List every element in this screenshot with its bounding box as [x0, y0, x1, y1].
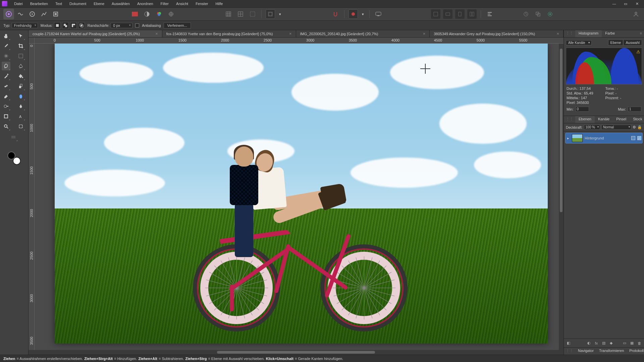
close-button[interactable]: ✕ — [632, 0, 642, 7]
mode-intersect-button[interactable] — [78, 22, 85, 29]
document-tab-3[interactable]: IMG_20200625_205140.jpg [Geändert] (20,7… — [296, 30, 430, 37]
crop-layer-icon[interactable]: ▧ — [601, 341, 606, 346]
zoom-tool[interactable] — [2, 122, 10, 131]
tab-close-icon[interactable]: × — [556, 31, 559, 36]
antialias-checkbox[interactable] — [135, 23, 139, 27]
feather-input[interactable]: 0 px — [111, 23, 132, 28]
grid-3-button[interactable] — [248, 9, 257, 19]
healing-tool[interactable] — [2, 82, 10, 90]
erase-tool[interactable] — [2, 92, 10, 101]
clone-tool[interactable] — [16, 82, 25, 90]
assistant-button[interactable] — [348, 9, 358, 19]
canvas-viewport[interactable] — [35, 44, 564, 350]
delete-layer-icon[interactable]: 🗑 — [637, 341, 642, 346]
tab-brushes[interactable]: Pinsel — [613, 116, 630, 123]
menu-select[interactable]: Auswählen — [108, 1, 133, 7]
tab-close-icon[interactable]: × — [155, 31, 158, 36]
grid-1-button[interactable] — [224, 9, 233, 19]
dodge-tool[interactable] — [2, 102, 10, 111]
arrange-4-button[interactable] — [467, 9, 477, 19]
channel-select[interactable]: Alle Kanäle — [566, 40, 592, 45]
mask-icon[interactable]: ◧ — [566, 341, 571, 346]
persona-photo[interactable] — [3, 9, 14, 19]
lasso-tool[interactable] — [2, 62, 10, 70]
layer-visible-checkbox[interactable]: ✓ — [637, 136, 641, 140]
selection-brush-tool[interactable] — [2, 52, 10, 60]
tab-history[interactable]: Protokoll — [627, 348, 644, 355]
menu-document[interactable]: Dokument — [66, 1, 90, 7]
sync-1-button[interactable] — [521, 9, 531, 19]
layer-item[interactable]: ▸ Hintergrund ✓ — [565, 133, 643, 143]
vertical-scrollbar[interactable] — [559, 44, 564, 350]
mode-add-button[interactable] — [62, 22, 69, 29]
shape-tool[interactable] — [2, 112, 10, 121]
fx-icon[interactable]: fx — [594, 341, 599, 346]
scrollbar-thumb[interactable] — [217, 351, 375, 354]
scrollbar-thumb[interactable] — [560, 49, 562, 212]
foreground-color-swatch[interactable] — [7, 152, 15, 160]
arrange-1-button[interactable] — [431, 9, 440, 19]
text-tool[interactable]: A — [16, 112, 25, 121]
persona-develop[interactable] — [27, 9, 38, 19]
maximize-button[interactable]: ▭ — [621, 0, 631, 7]
panel-grip-icon[interactable]: ⋮⋮ — [564, 116, 575, 123]
tab-transform[interactable]: Transformieren — [596, 348, 627, 355]
crop-tool[interactable] — [16, 42, 25, 50]
tag-icon[interactable]: ◆ — [608, 341, 614, 346]
quickmask-dropdown[interactable]: ▾ — [278, 9, 282, 19]
account-button[interactable] — [631, 9, 641, 19]
extra-tool[interactable] — [9, 133, 18, 141]
warning-icon[interactable]: ⚠ — [636, 49, 640, 54]
panel-menu-icon[interactable]: ≡ — [638, 30, 644, 37]
persona-export[interactable] — [50, 9, 61, 19]
menu-file[interactable]: Datei — [11, 1, 26, 7]
refine-button[interactable]: Verfeinern... — [164, 22, 191, 28]
tab-stock[interactable]: Stock — [630, 116, 644, 123]
blendmode-select[interactable]: Normal — [601, 125, 631, 130]
align-button[interactable] — [485, 9, 494, 19]
color-picker-tool[interactable] — [2, 42, 10, 50]
horizontal-scrollbar[interactable] — [29, 350, 564, 355]
persona-tone[interactable] — [39, 9, 49, 19]
group-icon[interactable]: ▭ — [622, 341, 627, 346]
autolevels-button[interactable] — [130, 9, 140, 19]
autowb-button[interactable] — [166, 9, 176, 19]
menu-view[interactable]: Ansicht — [173, 1, 192, 7]
min-input[interactable] — [576, 107, 589, 112]
document-tab-1[interactable]: couple-1718244 Karen Warfel auf Pixabay.… — [29, 30, 162, 37]
tab-color[interactable]: Farbe — [602, 30, 618, 37]
smudge-tool[interactable] — [16, 92, 25, 101]
mesh-tool[interactable] — [16, 122, 25, 131]
opacity-select[interactable]: 100 % — [584, 125, 600, 130]
tab-histogram[interactable]: Histogramm — [575, 30, 602, 37]
gear-icon[interactable]: ⚙ — [633, 125, 636, 129]
hand-tool[interactable] — [2, 32, 10, 40]
panel-grip-icon[interactable]: ⋮⋮ — [564, 348, 575, 355]
layer-name[interactable]: Hintergrund — [585, 136, 629, 140]
document-tab-4[interactable]: 3805349 Alexander Grey auf Pixabay.jpg [… — [430, 30, 564, 37]
minimize-button[interactable]: — — [609, 0, 619, 7]
autocolors-button[interactable] — [154, 9, 164, 19]
tab-close-icon[interactable]: × — [423, 31, 426, 36]
arrange-3-button[interactable] — [455, 9, 465, 19]
tab-layers[interactable]: Ebenen — [575, 116, 595, 123]
histo-tab-selection[interactable]: Auswahl — [623, 40, 642, 46]
adjustment-icon[interactable]: ◐ — [586, 341, 592, 346]
tab-close-icon[interactable]: × — [289, 31, 292, 36]
flood-select-tool[interactable] — [16, 62, 25, 70]
menu-arrange[interactable]: Anordnen — [134, 1, 157, 7]
tab-channels[interactable]: Kanäle — [595, 116, 613, 123]
menu-edit[interactable]: Bearbeiten — [27, 1, 51, 7]
quickmask-button[interactable] — [266, 9, 275, 19]
menu-filter[interactable]: Filter — [157, 1, 172, 7]
type-select[interactable]: Freihändig — [12, 23, 38, 28]
color-swatches[interactable] — [7, 152, 21, 165]
menu-help[interactable]: Hilfe — [212, 1, 226, 7]
move-tool[interactable] — [16, 32, 25, 40]
grid-2-button[interactable] — [236, 9, 245, 19]
mode-new-button[interactable] — [54, 22, 61, 29]
menu-layer[interactable]: Ebene — [90, 1, 108, 7]
layer-thumbnail[interactable] — [572, 134, 583, 142]
marquee-tool[interactable] — [16, 52, 25, 60]
lock-icon[interactable]: 🔒 — [637, 125, 642, 129]
